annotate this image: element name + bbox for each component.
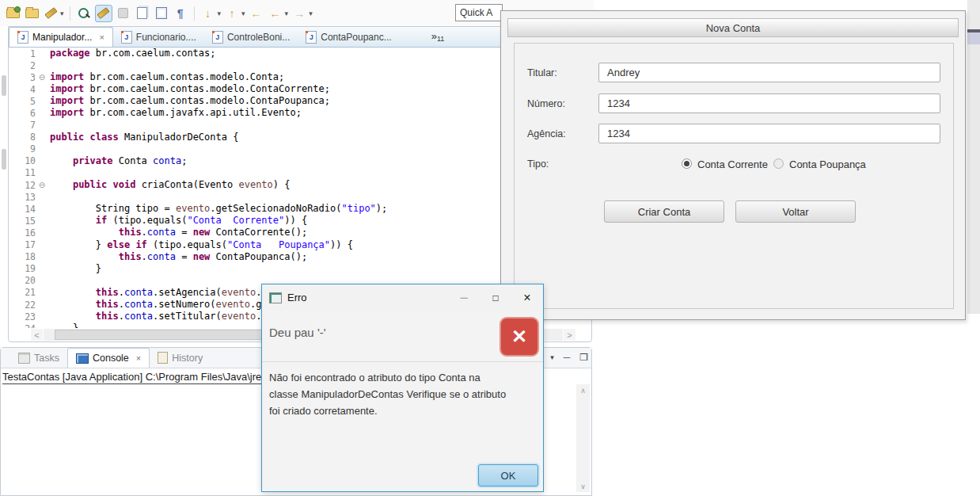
dropdown-caret-icon[interactable]: ▾ <box>60 10 64 17</box>
toolbar-separator <box>194 6 195 21</box>
last-edit-location-icon[interactable]: ← <box>249 6 264 21</box>
tab-history[interactable]: History <box>150 348 211 368</box>
maximize-button[interactable]: □ <box>480 284 511 311</box>
background-window-edge <box>967 0 980 496</box>
radio-conta-poupanca[interactable] <box>773 158 784 169</box>
scrollbar-thumb[interactable] <box>55 330 270 340</box>
line-number[interactable]: 3⊖ <box>9 71 50 83</box>
criar-conta-button[interactable]: Criar Conta <box>604 200 724 223</box>
tab-contapoupanc[interactable]: J ContaPoupanc... <box>298 27 399 47</box>
dropdown-caret-icon[interactable]: ▾ <box>218 10 222 17</box>
window-titlebar[interactable]: Nova Conta <box>507 18 959 37</box>
dropdown-caret-icon[interactable]: ▾ <box>309 10 313 17</box>
line-number[interactable]: 7 <box>9 120 50 132</box>
tab-tasks[interactable]: Tasks <box>10 348 67 368</box>
line-number[interactable]: 17 <box>9 239 50 251</box>
forward-icon[interactable]: → <box>291 6 307 21</box>
vertical-scrollbar[interactable]: ∧ ∨ <box>576 384 590 492</box>
titular-label: Titular: <box>527 67 557 78</box>
agencia-label: Agência: <box>527 128 566 139</box>
scroll-right-icon[interactable]: > <box>564 329 575 341</box>
tab-label: Funcionario.... <box>136 32 196 43</box>
toolbar-separator <box>70 6 70 21</box>
radio-conta-poupanca-label[interactable]: Conta Poupança <box>789 158 866 170</box>
line-number[interactable]: 23 <box>9 311 50 322</box>
previous-annotation-icon[interactable]: ↑ <box>224 6 240 21</box>
console-toolbar: ▾ ─ ❒ <box>550 352 588 363</box>
titular-input[interactable] <box>598 63 940 82</box>
line-number[interactable]: 21 <box>9 287 50 299</box>
error-x-icon: ✕ <box>499 317 539 357</box>
quick-access-box[interactable]: Quick A <box>455 4 503 21</box>
tab-manipulador[interactable]: J Manipulador... × <box>9 27 113 47</box>
line-number[interactable]: 16 <box>9 227 50 238</box>
show-selected-element-icon[interactable] <box>154 6 169 21</box>
ok-button[interactable]: OK <box>478 464 538 486</box>
minimize-icon[interactable]: ─ <box>564 352 571 363</box>
dropdown-caret-icon[interactable]: ▾ <box>241 10 245 17</box>
open-folder-icon[interactable] <box>24 6 40 21</box>
close-icon[interactable]: × <box>99 32 104 42</box>
line-number-gutter[interactable]: 123⊖456789101112⊖13141516171819202122232… <box>9 48 50 328</box>
line-number[interactable]: 13 <box>9 191 50 203</box>
smart-insert-icon[interactable] <box>116 6 131 21</box>
java-file-icon: J <box>212 31 223 44</box>
chevron-icon: » <box>431 30 437 42</box>
search-icon[interactable] <box>76 6 92 21</box>
next-annotation-icon[interactable]: ↓ <box>200 6 216 21</box>
app-icon <box>269 292 282 303</box>
tab-overflow-chevron[interactable]: » 11 <box>431 27 445 47</box>
tab-funcionario[interactable]: J Funcionario.... <box>113 27 204 47</box>
fold-icon[interactable]: ⊖ <box>36 181 48 189</box>
link-with-editor-icon[interactable] <box>135 6 150 21</box>
line-number[interactable]: 2 <box>9 59 50 71</box>
form-panel <box>514 43 954 309</box>
line-number[interactable]: 19 <box>9 263 50 275</box>
back-icon[interactable]: ← <box>268 6 283 21</box>
left-ruler-mark <box>2 149 6 170</box>
show-whitespace-icon[interactable]: ¶ <box>173 6 188 21</box>
line-number[interactable]: 6 <box>9 107 50 119</box>
numero-input[interactable] <box>598 93 940 113</box>
erro-dialog: Erro ─ □ × Deu pau '-' ✕ Não foi encontr… <box>261 284 544 492</box>
annotate-icon[interactable] <box>43 6 59 21</box>
scroll-left-icon[interactable]: < <box>31 329 43 341</box>
line-number[interactable]: 10 <box>9 155 50 167</box>
minimize-button[interactable]: ─ <box>448 284 480 311</box>
line-number[interactable]: 18 <box>9 251 50 263</box>
line-number[interactable]: 4 <box>9 83 50 95</box>
line-number[interactable]: 14 <box>9 203 50 215</box>
radio-conta-corrente[interactable] <box>682 158 692 169</box>
dropdown-caret-icon[interactable]: ▾ <box>285 10 289 17</box>
close-icon[interactable]: × <box>136 353 141 363</box>
dialog-title: Erro <box>287 292 307 303</box>
radio-conta-corrente-label[interactable]: Conta Corrente <box>697 158 768 170</box>
java-file-icon: J <box>306 31 317 44</box>
view-menu-icon[interactable]: ▾ <box>550 353 554 361</box>
tab-console[interactable]: Console × <box>67 348 150 368</box>
agencia-input[interactable] <box>598 124 940 143</box>
scroll-down-icon[interactable]: ∨ <box>576 480 590 492</box>
fold-icon[interactable]: ⊖ <box>36 73 48 82</box>
line-number[interactable]: 8 <box>9 132 50 143</box>
java-file-icon: J <box>121 31 132 44</box>
line-number[interactable]: 12⊖ <box>9 179 50 191</box>
line-number[interactable]: 24 <box>9 322 50 328</box>
highlight-icon[interactable] <box>95 5 112 22</box>
tab-controleboni[interactable]: J ControleBoni... <box>204 27 298 47</box>
voltar-button[interactable]: Voltar <box>735 200 856 223</box>
tasks-icon <box>18 353 30 364</box>
maximize-icon[interactable]: ❒ <box>579 352 588 363</box>
line-number[interactable]: 15 <box>9 215 50 227</box>
line-number[interactable]: 11 <box>9 167 50 179</box>
open-resource-icon[interactable] <box>5 6 21 21</box>
line-number[interactable]: 22 <box>9 299 50 311</box>
close-button[interactable]: × <box>511 284 543 311</box>
line-number[interactable]: 5 <box>9 95 50 107</box>
line-number[interactable]: 20 <box>9 275 50 287</box>
tab-label: Tasks <box>34 353 59 364</box>
line-number[interactable]: 9 <box>9 143 50 155</box>
scroll-up-icon[interactable]: ∧ <box>576 384 590 396</box>
java-file-icon: J <box>17 31 28 44</box>
line-number[interactable]: 1 <box>9 48 50 59</box>
